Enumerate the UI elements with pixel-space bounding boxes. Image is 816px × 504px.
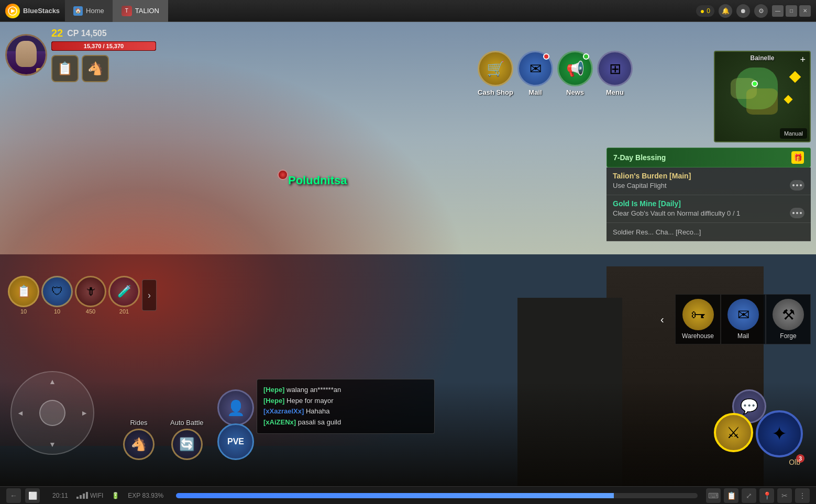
quest-daily-item[interactable]: Gold Is Mine [Daily] Clear Gob's Vault o… <box>607 195 811 223</box>
more-button[interactable]: ⋮ <box>795 488 810 503</box>
player-level-text: 22 <box>51 27 63 39</box>
notification-button[interactable]: 🔔 <box>719 4 732 18</box>
auto-battle-button[interactable]: 🔄 <box>171 429 203 460</box>
avatar-face <box>16 41 37 67</box>
back-button[interactable]: ← <box>6 488 21 503</box>
quest-log-button[interactable]: 📋 <box>51 55 79 82</box>
quest-daily-row: Gold Is Mine [Daily] <box>613 199 804 208</box>
battery-display: 🔋 <box>112 492 119 499</box>
keyboard-button[interactable]: ⌨ <box>706 488 721 503</box>
resize-button[interactable]: ⤢ <box>742 488 756 503</box>
minimap-manual-button[interactable]: Manual <box>780 128 807 139</box>
chat-content-4: pasali sa guild <box>298 418 341 426</box>
quick-icons-container: ‹ 🗝 Warehouse ✉ Mail ⚒ Forge <box>675 294 811 344</box>
mail-icon: ✉ <box>517 51 553 86</box>
quest-reco-title: Soldier Res... Cha... [Reco...] <box>613 228 701 236</box>
signal-bar-2 <box>80 495 82 499</box>
tray-potion-item: 🧪 201 <box>108 276 140 315</box>
location-button[interactable]: 📍 <box>759 488 774 503</box>
chat-line-3: [xXazraelXx] Hahaha <box>263 406 428 417</box>
nav-buttons: ← ⬜ <box>6 488 40 503</box>
center-action-button[interactable]: 👤 <box>217 389 254 426</box>
chat-box: [Hepe] walang an******an [Hepe] Hepe for… <box>257 379 435 434</box>
chat-line-1: [Hepe] walang an******an <box>263 385 428 396</box>
scissors-button[interactable]: ✂ <box>777 488 792 503</box>
time-text: 20:11 <box>52 492 68 499</box>
minimap-location: Bainelle <box>750 54 774 62</box>
news-button[interactable]: 📢 News <box>557 51 593 96</box>
coin-display: ● 0 <box>696 5 714 17</box>
rides-label: Rides <box>130 419 147 427</box>
minimap-diamond <box>789 71 801 83</box>
close-button[interactable]: ✕ <box>799 5 811 17</box>
coin-count: 0 <box>707 7 710 15</box>
quest-dots-1[interactable] <box>790 180 804 191</box>
skill-label-olb: Olb <box>789 458 800 466</box>
home-nav-button[interactable]: ⬜ <box>25 488 40 503</box>
signal-display: WIFI <box>76 492 103 499</box>
quest-main-row: Talion's Burden [Main] <box>613 172 804 180</box>
player-avatar[interactable]: 22 <box>5 34 47 76</box>
tray-sword-item: 🗡 450 <box>75 276 106 315</box>
mount-button[interactable]: 🐴 <box>82 55 109 82</box>
tray-quest-button[interactable]: 📋 <box>8 276 39 307</box>
quest-sub-row: Use Capital Flight <box>613 180 804 191</box>
statusbar-right-icons: ⌨ 📋 ⤢ 📍 ✂ ⋮ <box>706 488 810 503</box>
minimap-zoom-in[interactable]: + <box>800 54 806 65</box>
quest-dot <box>800 212 802 214</box>
tray-shield-button[interactable]: 🛡 <box>41 276 73 307</box>
hp-bar: 15,370 / 15,370 <box>51 41 156 51</box>
tray-sword-count: 450 <box>86 308 95 315</box>
svg-marker-1 <box>11 9 15 13</box>
skill-tray: 📋 10 🛡 10 🗡 450 🧪 201 › <box>8 276 157 315</box>
warehouse-button[interactable]: 🗝 Warehouse <box>675 294 721 344</box>
mail-button[interactable]: ✉ Mail <box>517 51 553 96</box>
joystick-area[interactable]: ▲ ▼ ◄ ► <box>10 371 94 455</box>
auto-battle-label: Auto Battle <box>170 419 204 427</box>
quest-reco-item[interactable]: Soldier Res... Cha... [Reco...] <box>607 223 811 241</box>
copy-button[interactable]: 📋 <box>724 488 738 503</box>
maximize-button[interactable]: □ <box>786 5 797 17</box>
forge-button[interactable]: ⚒ Forge <box>766 294 811 344</box>
tray-potion-button[interactable]: 🧪 <box>108 276 140 307</box>
minimize-button[interactable]: — <box>772 5 784 17</box>
record-button[interactable]: ⏺ <box>736 4 750 18</box>
cash-shop-button[interactable]: 🛒 Cash Shop <box>478 51 513 96</box>
top-right-icons: 🛒 Cash Shop ✉ Mail 📢 News ⊞ Menu <box>478 51 633 96</box>
rides-button[interactable]: 🐴 <box>123 429 155 460</box>
menu-button[interactable]: ⊞ Menu <box>597 51 633 96</box>
blessing-bar[interactable]: 7-Day Blessing 🎁 <box>607 148 811 167</box>
quest-dots-2[interactable] <box>790 208 804 218</box>
quick-icon-row: 🗝 Warehouse ✉ Mail ⚒ Forge <box>675 294 811 344</box>
joystick-up-indicator: ▲ <box>49 377 56 386</box>
quick-icons-prev-arrow[interactable]: ‹ <box>660 313 664 326</box>
pve-button[interactable]: PVE <box>217 423 254 460</box>
exp-fill <box>176 493 614 498</box>
titlebar-right: ● 0 🔔 ⏺ ⚙ — □ ✕ <box>696 4 816 18</box>
quick-mail-button[interactable]: ✉ Mail <box>721 294 766 344</box>
player-level-badge: 22 <box>36 68 47 75</box>
minimap: Bainelle + Manual <box>714 51 811 142</box>
main-skill-button[interactable]: ✦ <box>756 410 803 457</box>
battery-icon: 🔋 <box>112 492 119 499</box>
mail-notification-dot <box>543 53 549 60</box>
tray-expand-button[interactable]: › <box>142 279 157 311</box>
skill-label-text: Olb <box>789 458 800 466</box>
tab-home[interactable]: 🏠 Home <box>65 0 113 22</box>
news-label: News <box>566 88 584 96</box>
quest-dot <box>796 184 798 186</box>
minimap-diamond-2 <box>784 95 793 104</box>
quest-main-item[interactable]: Talion's Burden [Main] Use Capital Fligh… <box>607 167 811 195</box>
rides-button-area: Rides 🐴 <box>123 419 155 460</box>
tray-sword-button[interactable]: 🗡 <box>75 276 106 307</box>
signal-bar-4 <box>86 492 88 499</box>
menu-icon: ⊞ <box>597 51 633 86</box>
joystick-left-indicator: ◄ <box>17 409 24 417</box>
quest-daily-title: Gold Is Mine [Daily] <box>613 199 681 208</box>
floating-character-name: Poludnitsa <box>288 174 347 187</box>
exp-text: EXP 83.93% <box>128 492 163 499</box>
gold-skill-button[interactable]: ⚔ <box>714 413 753 452</box>
tab-talion[interactable]: T TALION <box>113 0 168 22</box>
joystick-right-indicator: ► <box>81 409 88 417</box>
settings-button[interactable]: ⚙ <box>754 4 768 18</box>
